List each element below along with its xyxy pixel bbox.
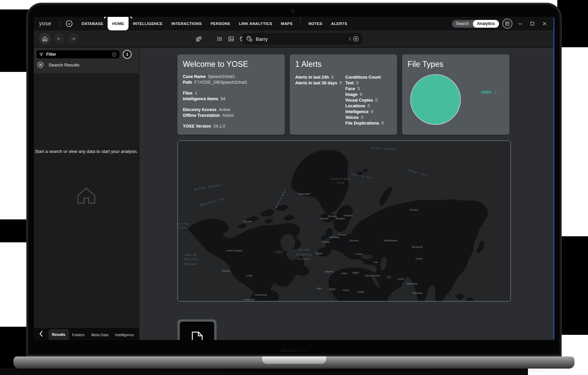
welcome-field: Files1 (183, 90, 279, 96)
condition-row: Image0 (345, 92, 392, 98)
filter-input[interactable] (46, 52, 97, 57)
clear-filter-icon[interactable] (112, 52, 117, 57)
toolbar: Barry 1 (34, 30, 554, 48)
chevron-left-icon (38, 330, 44, 337)
world-map-panel[interactable]: Arctic OceanArctic OceanBeaufort SeaBaff… (177, 140, 511, 301)
condition-value: 0 (361, 115, 363, 120)
condition-label: Visual Copies (345, 98, 373, 103)
laptop-shadow (20, 369, 568, 373)
search-results-section[interactable]: Search Results (36, 59, 136, 71)
tab-intelligence[interactable]: INTELLIGENCE (129, 17, 167, 30)
alert-summary-row: Alerts in last 30 days0 (295, 80, 345, 86)
entity-graph-button[interactable] (193, 33, 204, 45)
nav-separator (300, 17, 301, 24)
filter-count-badge: 1 (123, 50, 132, 59)
view-mode-buttons (193, 33, 248, 45)
condition-row: Intelligence0 (345, 109, 392, 115)
world-map (178, 141, 511, 301)
file-result-tile[interactable] (177, 319, 217, 340)
collapse-sidebar-button[interactable] (34, 328, 49, 340)
tab-notes[interactable]: NOTES (304, 17, 327, 30)
sidebar-tab-list: ResultsFoldersMeta DataIntelligence (49, 329, 137, 340)
top-navbar: yose DATABASEHOMEINTELLIGENCEINTERACTION… (34, 17, 554, 30)
field-label: Files (183, 91, 193, 96)
close-button[interactable] (540, 19, 549, 28)
alerts-card-title: 1 Alerts (295, 60, 392, 69)
field-label: YOSE Version (183, 124, 211, 129)
filter-input-wrap[interactable] (36, 50, 119, 58)
alert-summary-row: Alerts in last 24h0 (295, 75, 345, 80)
laptop-base (13, 356, 575, 369)
active-search-chip[interactable]: Barry 1 (242, 33, 362, 45)
field-label: Intelligence Items (183, 97, 218, 101)
welcome-fields: Case NameSpeech2chat1PathF:\YOSE_DB\Spee… (183, 74, 279, 129)
home-button[interactable] (39, 33, 51, 45)
pie-legend: video1 (481, 90, 497, 95)
field-value: F:\YOSE_DB\Speech2chat1 (194, 80, 247, 85)
filter-funnel-icon (39, 52, 44, 57)
conditions-header: Conditions Count (345, 75, 392, 80)
image-icon (228, 35, 234, 42)
image-view-button[interactable] (225, 33, 237, 45)
arrow-right-icon (70, 36, 76, 42)
workspace-dropdown-button[interactable] (65, 20, 73, 28)
condition-row: Locations0 (345, 103, 392, 109)
tab-link-analytics[interactable]: LINK ANALYTICS (234, 17, 277, 30)
welcome-field: YOSE Version24.1.0 (183, 124, 279, 129)
sidebar-tab-intelligence[interactable]: Intelligence (112, 330, 137, 340)
search-result-count: 1 (349, 37, 351, 41)
tab-database[interactable]: DATABASE (77, 17, 108, 30)
condition-label: File Duplications (345, 121, 379, 126)
tab-persons[interactable]: PERSONS (206, 17, 234, 30)
back-button[interactable] (53, 33, 65, 45)
field-label: Alerts in last 30 days (295, 81, 337, 85)
sidebar-tab-results[interactable]: Results (49, 329, 69, 340)
field-label: Path (183, 80, 192, 85)
mode-option-analytics[interactable]: Analytics (473, 20, 499, 28)
search-results-label: Search Results (49, 62, 80, 68)
legend-label: video (481, 90, 492, 95)
grid-view-button[interactable] (502, 19, 512, 29)
maximize-button[interactable] (528, 19, 537, 28)
welcome-field-group: Case NameSpeech2chat1PathF:\YOSE_DB\Spee… (183, 74, 279, 85)
welcome-card-title: Welcome to YOSE (183, 60, 279, 69)
backdrop-block (560, 236, 588, 335)
pie-chart[interactable] (410, 74, 461, 125)
webcam-dot (291, 9, 295, 12)
field-label: Alerts in last 24h (295, 75, 329, 80)
forward-button[interactable] (67, 33, 79, 45)
list-view-button[interactable] (214, 33, 225, 45)
minimize-icon (518, 21, 523, 26)
sidebar-tab-folders[interactable]: Folders (69, 330, 88, 340)
field-label: Offline Translation (183, 113, 220, 118)
file-types-chart: video1 (408, 69, 504, 130)
condition-label: Image (345, 92, 358, 97)
app-body: 1 Search Results Start a se (34, 48, 554, 340)
legend-value: 1 (494, 90, 497, 95)
tab-home[interactable]: HOME (108, 17, 129, 30)
tab-alerts[interactable]: ALERTS (327, 17, 352, 30)
navbar-right-group: SearchAnalytics (452, 19, 554, 29)
condition-label: Intelligence (345, 109, 369, 114)
summary-cards: Welcome to YOSE Case NameSpeech2chat1Pat… (177, 54, 509, 135)
tab-maps[interactable]: MAPS (277, 17, 297, 30)
alerts-conditions: Conditions Count Text0Face3Image0Visual … (345, 75, 392, 126)
sidebar-empty-message: Start a search or view any data to start… (34, 149, 139, 154)
app-logo: yose (39, 21, 51, 27)
clear-search-icon[interactable] (353, 36, 359, 42)
welcome-field: Intelligence Items54 (183, 96, 279, 102)
tab-interactions[interactable]: INTERACTIONS (167, 17, 206, 30)
condition-row: Visual Copies0 (345, 98, 392, 103)
sidebar-home-placeholder (75, 185, 97, 206)
welcome-field: Offline TranslationActive (183, 113, 279, 118)
sidebar-tab-meta-data[interactable]: Meta Data (88, 330, 112, 340)
history-buttons (39, 33, 79, 45)
mode-option-search[interactable]: Search (452, 21, 473, 26)
legend-item[interactable]: video1 (481, 90, 497, 95)
condition-value: 0 (360, 92, 362, 97)
minimize-button[interactable] (516, 19, 525, 28)
welcome-field-group: Discovry AccessActiveOffline Translation… (183, 107, 279, 118)
search-analytics-toggle[interactable]: SearchAnalytics (452, 20, 499, 28)
condition-row: Voices0 (345, 115, 392, 120)
main-nav-tabs: DATABASEHOMEINTELLIGENCEINTERACTIONSPERS… (77, 17, 352, 30)
